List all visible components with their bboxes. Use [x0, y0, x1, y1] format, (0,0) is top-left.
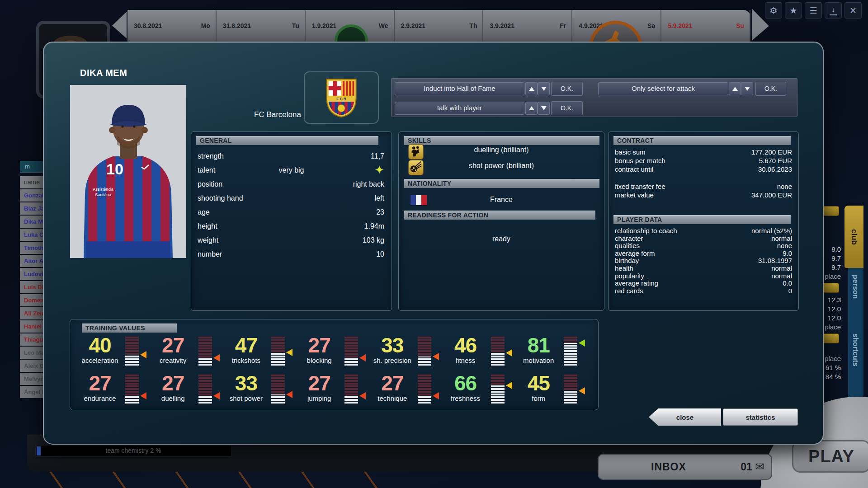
calendar-date: 3.9.2021 [490, 22, 514, 29]
favorites-icon[interactable]: ★ [785, 2, 802, 19]
attack-select-dropdown[interactable]: Only select for attack [598, 82, 728, 95]
hof-up-arrow-icon[interactable] [525, 82, 538, 95]
talk-ok-button[interactable]: O.K. [551, 101, 583, 115]
attack-up-arrow-icon[interactable] [729, 82, 741, 95]
general-row: weight 103 kg [191, 233, 392, 247]
contract-value: 5.670 EUR [759, 157, 792, 165]
talk-with-player-dropdown[interactable]: talk with player [395, 102, 524, 115]
tab-person[interactable]: person [851, 275, 859, 299]
play-button[interactable]: PLAY [792, 440, 868, 473]
level-arrow-icon [433, 392, 439, 399]
training-gauge-fill [418, 357, 431, 366]
general-value: right back [353, 177, 384, 191]
level-arrow-icon [213, 354, 220, 361]
calendar-day[interactable]: 31.8.2021 Tu [217, 10, 306, 42]
training-gauge-fill [418, 396, 431, 404]
hof-ok-button[interactable]: O.K. [551, 82, 583, 96]
player-data-row: qualities none [615, 242, 792, 250]
settings-icon[interactable]: ⚙ [765, 2, 782, 19]
training-stat: 81 motivation [517, 335, 590, 370]
right-panel-item: 12.0 [828, 314, 844, 323]
general-value: 1.94m [364, 219, 384, 233]
training-stat-label: sh. precision [368, 357, 417, 364]
level-arrow-icon [579, 339, 585, 347]
calendar-date: 2.9.2021 [401, 22, 426, 29]
close-button[interactable]: close [649, 408, 721, 426]
training-values-panel: TRAINING VALUES 40 acceleration 27 creat… [70, 319, 599, 410]
calendar-weekday: Fr [560, 22, 566, 29]
general-panel: GENERAL strength 11,7 talent very big ✦ … [191, 131, 392, 311]
player-data-label: birthday [615, 257, 639, 265]
skill-text: duelling (brilliant) [399, 146, 604, 154]
general-row: height 1.94m [191, 219, 392, 233]
calendar-weekday: Tu [292, 22, 299, 29]
training-stat-value: 46 [444, 333, 487, 357]
svg-text:F C B: F C B [336, 97, 346, 101]
calendar-day[interactable]: 3.9.2021 Fr [483, 10, 572, 42]
calendar-weekday: Th [469, 22, 477, 29]
level-arrow-icon [286, 391, 292, 398]
readiness-header: READINESS FOR ACTION [404, 211, 595, 220]
training-gauge-fill [491, 353, 505, 366]
skills-panel: SKILLS duelling (brilliant) shot power (… [398, 131, 604, 311]
menu-icon[interactable]: ☰ [805, 2, 822, 19]
inbox-button[interactable]: INBOX 01 ✉ [598, 454, 772, 480]
attack-ok-button[interactable]: O.K. [755, 82, 786, 96]
general-label: height [198, 219, 217, 233]
calendar-weekday: Sa [647, 22, 655, 29]
training-stat-value: 47 [224, 333, 268, 357]
right-panel-item: place [825, 272, 844, 281]
general-label: number [198, 247, 222, 261]
tab-shortcuts[interactable]: shortcuts [851, 333, 859, 366]
hall-of-fame-dropdown[interactable]: Induct into Hall of Fame [395, 82, 524, 95]
export-icon[interactable]: ↓ [825, 2, 842, 19]
training-stat: 40 acceleration [78, 335, 151, 370]
talk-down-arrow-icon[interactable] [538, 102, 550, 115]
player-data-row: average form 9.0 [615, 250, 792, 258]
general-label: strength [198, 149, 224, 163]
contract-row: market value 347.000 EUR [615, 191, 792, 200]
training-gauge [418, 337, 431, 366]
calendar-day[interactable]: 5.9.2021 Su [661, 10, 750, 42]
player-dialog: DIKA MEM 10 Assistè [43, 42, 824, 445]
nationality-header: NATIONALITY [404, 179, 599, 188]
right-panel-item: 8.0 [831, 245, 844, 254]
tab-club[interactable]: club [844, 206, 863, 268]
player-data-row: average rating 0.0 [615, 280, 792, 287]
contract-row: basic sum 177.200 EUR [615, 148, 792, 157]
training-stat: 27 duelling [151, 373, 225, 408]
general-header: GENERAL [196, 136, 378, 145]
general-label: age [198, 205, 210, 219]
training-gauge [564, 337, 577, 366]
training-stat-value: 27 [78, 371, 122, 395]
training-gauge [198, 337, 212, 366]
training-stat-label: blocking [294, 357, 344, 364]
calendar-day[interactable]: 2.9.2021 Th [395, 10, 484, 42]
training-gauge-fill [344, 396, 358, 404]
club-name: FC Barcelona [230, 110, 325, 119]
statistics-button[interactable]: statistics [723, 408, 798, 426]
training-gauge-fill [564, 343, 577, 366]
calendar-day[interactable]: 30.8.2021 Mo [127, 10, 217, 42]
talk-up-arrow-icon[interactable] [525, 102, 538, 115]
player-data-row: relationship to coach normal (52%) [615, 227, 792, 235]
player-photo: 10 Assistència Sanitària [70, 85, 186, 258]
training-stat-value: 27 [151, 333, 195, 357]
level-arrow-icon [506, 382, 512, 389]
training-gauge-fill [125, 396, 139, 404]
attack-down-arrow-icon[interactable] [741, 82, 753, 95]
player-data-label: red cards [615, 287, 643, 295]
contract-value: none [777, 183, 792, 191]
training-stat-label: fitness [441, 357, 491, 364]
calendar-prev-arrow-icon[interactable] [111, 12, 127, 41]
training-stat-label: acceleration [75, 357, 125, 364]
contract-header: CONTRACT [613, 136, 791, 145]
training-gauge [344, 375, 358, 404]
close-window-icon[interactable]: ✕ [844, 2, 862, 19]
training-gauge-fill [564, 391, 577, 404]
player-data-label: popularity [615, 272, 644, 280]
general-mid-value: very big [191, 163, 392, 177]
player-data-value: none [777, 242, 792, 250]
hof-down-arrow-icon[interactable] [538, 82, 550, 95]
training-gauge [564, 375, 577, 404]
